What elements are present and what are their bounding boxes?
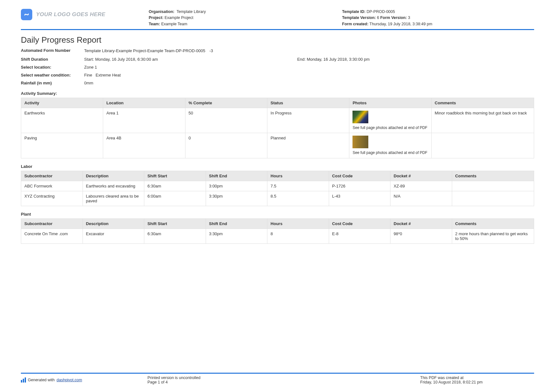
location-cell: Area 4B bbox=[103, 133, 185, 158]
table-row: Concrete On Time .com Excavator 6:30am 3… bbox=[21, 229, 534, 243]
plant-th-end: Shift End bbox=[206, 218, 267, 229]
desc-cell: Earthworks and excavating bbox=[83, 181, 144, 191]
start-cell: 6:30am bbox=[144, 181, 206, 191]
desc-cell: Excavator bbox=[83, 229, 144, 243]
activity-cell: Earthworks bbox=[21, 108, 103, 133]
photo-thumbnail-icon bbox=[352, 136, 368, 148]
end-cell: 3:00pm bbox=[206, 181, 267, 191]
pct-cell: 50 bbox=[185, 108, 267, 133]
plant-label: Plant bbox=[21, 212, 534, 217]
table-row: Paving Area 4B 0 Planned See full page p… bbox=[21, 133, 534, 158]
labor-th-start: Shift Start bbox=[144, 171, 206, 181]
table-row: ABC Formwork Earthworks and excavating 6… bbox=[21, 181, 534, 191]
end-cell: 3:30pm bbox=[206, 229, 267, 243]
page-footer: Generated with dashpivot.com Printed ver… bbox=[21, 373, 534, 384]
sub-cell: Concrete On Time .com bbox=[21, 229, 83, 243]
plant-th-docket: Docket # bbox=[390, 218, 452, 229]
logo-block: YOUR LOGO GOES HERE bbox=[21, 9, 147, 20]
logo-placeholder-text: YOUR LOGO GOES HERE bbox=[36, 11, 105, 18]
location-cell: Area 1 bbox=[103, 108, 185, 133]
cost-cell: P-1726 bbox=[329, 181, 390, 191]
activity-summary-label: Activity Summary: bbox=[21, 91, 534, 96]
created-at-label: This PDF was created at bbox=[420, 376, 534, 380]
plant-th-comments: Comments bbox=[452, 218, 534, 229]
location-value: Zone 1 bbox=[84, 65, 97, 70]
plant-th-sub: Subcontractor bbox=[21, 218, 83, 229]
photo-thumbnail-icon bbox=[352, 111, 368, 123]
labor-th-hours: Hours bbox=[267, 171, 329, 181]
hours-cell: 7.5 bbox=[267, 181, 329, 191]
template-version-label: Template Version: bbox=[342, 15, 376, 20]
comments-cell bbox=[452, 191, 534, 206]
activity-th-photos: Photos bbox=[349, 98, 431, 108]
page-title: Daily Progress Report bbox=[21, 35, 534, 45]
labor-th-sub: Subcontractor bbox=[21, 171, 83, 181]
plant-th-cost: Cost Code bbox=[329, 218, 390, 229]
plant-th-hours: Hours bbox=[267, 218, 329, 229]
form-fields: Automated Form Number Template Library-E… bbox=[21, 48, 534, 85]
hours-cell: 8 bbox=[267, 229, 329, 243]
afn-label: Automated Form Number bbox=[21, 48, 84, 53]
org-label: Organisation: bbox=[149, 9, 174, 14]
footer-center: Printed version is uncontrolled Page 1 o… bbox=[147, 376, 420, 384]
activity-table: Activity Location % Complete Status Phot… bbox=[21, 98, 534, 158]
photos-cell: See full page photos attached at end of … bbox=[349, 133, 431, 158]
page-header: YOUR LOGO GOES HERE Organisation: Templa… bbox=[21, 9, 534, 30]
page-indicator: Page 1 of 4 bbox=[147, 380, 420, 384]
activity-th-location: Location bbox=[103, 98, 185, 108]
template-version-value: 6 bbox=[377, 15, 379, 20]
table-row: Earthworks Area 1 50 In Progress See ful… bbox=[21, 108, 534, 133]
labor-th-cost: Cost Code bbox=[329, 171, 390, 181]
docket-cell: XZ-89 bbox=[390, 181, 452, 191]
labor-label: Labor bbox=[21, 164, 534, 169]
generated-prefix: Generated with bbox=[28, 378, 55, 382]
comments-cell bbox=[431, 133, 534, 158]
comments-cell bbox=[452, 181, 534, 191]
labor-th-desc: Description bbox=[83, 171, 144, 181]
form-version-value: 3 bbox=[408, 15, 410, 20]
org-value: Template Library bbox=[177, 9, 206, 14]
header-meta-right: Template ID: DP-PROD-0005 Template Versi… bbox=[341, 9, 534, 27]
bars-icon bbox=[21, 377, 26, 383]
photos-cell: See full page photos attached at end of … bbox=[349, 108, 431, 133]
afn-value: Template Library-Example Project-Example… bbox=[84, 48, 213, 54]
shift-end-value: End: Monday, 16 July 2018, 3:30:00 pm bbox=[297, 57, 370, 62]
rainfall-value: 0mm bbox=[84, 81, 93, 85]
activity-th-pct: % Complete bbox=[185, 98, 267, 108]
weather-value: Fine Extreme Heat bbox=[84, 73, 121, 77]
plant-th-start: Shift Start bbox=[144, 218, 206, 229]
comments-cell: 2 more hours than planned to get works t… bbox=[452, 229, 534, 243]
comments-cell: Minor roadblock this morning but got bac… bbox=[431, 108, 534, 133]
labor-th-end: Shift End bbox=[206, 171, 267, 181]
shift-duration-label: Shift Duration bbox=[21, 57, 84, 62]
activity-cell: Paving bbox=[21, 133, 103, 158]
rainfall-label: Rainfall (in mm) bbox=[21, 81, 84, 85]
status-cell: In Progress bbox=[267, 108, 349, 133]
start-cell: 6:00am bbox=[144, 191, 206, 206]
dashpivot-link[interactable]: dashpivot.com bbox=[57, 378, 82, 382]
plant-th-desc: Description bbox=[83, 218, 144, 229]
end-cell: 3:30pm bbox=[206, 191, 267, 206]
weather-label: Select weather condition: bbox=[21, 73, 84, 77]
cost-cell: E-8 bbox=[329, 229, 390, 243]
activity-th-activity: Activity bbox=[21, 98, 103, 108]
activity-th-status: Status bbox=[267, 98, 349, 108]
logo-icon bbox=[21, 9, 32, 20]
table-row: XYZ Contracting Labourers cleared area t… bbox=[21, 191, 534, 206]
footer-created: This PDF was created at Friday, 10 Augus… bbox=[420, 376, 534, 384]
form-version-label: Form Version: bbox=[380, 15, 407, 20]
project-value: Example Project bbox=[165, 15, 193, 20]
photo-note: See full page photos attached at end of … bbox=[352, 150, 428, 155]
form-created-value: Thursday, 19 July 2018, 3:38:49 pm bbox=[370, 22, 433, 26]
sub-cell: ABC Formwork bbox=[21, 181, 83, 191]
status-cell: Planned bbox=[267, 133, 349, 158]
team-value: Example Team bbox=[161, 22, 187, 26]
docket-cell: N/A bbox=[390, 191, 452, 206]
hours-cell: 8.5 bbox=[267, 191, 329, 206]
header-meta-left: Organisation: Template Library Project: … bbox=[147, 9, 341, 27]
activity-th-comments: Comments bbox=[431, 98, 534, 108]
start-cell: 6:30am bbox=[144, 229, 206, 243]
labor-table: Subcontractor Description Shift Start Sh… bbox=[21, 171, 534, 206]
docket-cell: 98*0 bbox=[390, 229, 452, 243]
shift-start-value: Start: Monday, 16 July 2018, 6:30:00 am bbox=[84, 57, 158, 62]
